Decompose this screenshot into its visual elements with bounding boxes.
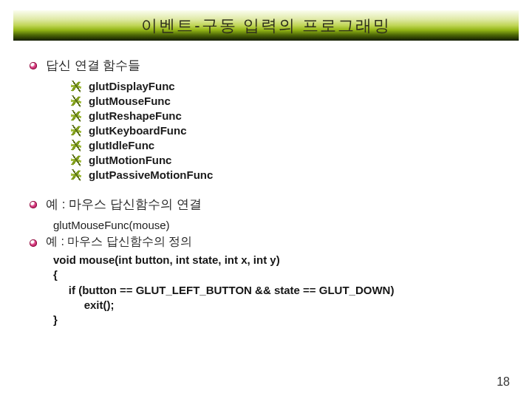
list-item: glutPassiveMotionFunc (71, 168, 502, 181)
heading-callback-funcs: 답신 연결 함수들 (30, 57, 502, 74)
slide-body: 답신 연결 함수들 glutDisplayFunc glutMouseFunc … (0, 57, 532, 327)
heading-example-define: 예 : 마우스 답신함수의 정의 (30, 234, 502, 250)
list-item: glutIdleFunc (71, 139, 502, 151)
list-item: glutMouseFunc (71, 95, 502, 107)
list-item: glutDisplayFunc (71, 80, 502, 92)
example-call-line: glutMouseFunc(mouse) (53, 219, 502, 231)
code-block: void mouse(int button, int state, int x,… (53, 253, 502, 327)
page-number: 18 (497, 375, 510, 389)
heading-example-connect: 예 : 마우스 답신함수의 연결 (30, 196, 502, 213)
list-item: glutKeyboardFunc (71, 124, 502, 137)
callback-func-list: glutDisplayFunc glutMouseFunc glutReshap… (71, 80, 502, 181)
slide-title: 이벤트-구동 입력의 프로그래밍 (13, 10, 519, 41)
list-item: glutReshapeFunc (71, 109, 502, 122)
list-item: glutMotionFunc (71, 154, 502, 166)
